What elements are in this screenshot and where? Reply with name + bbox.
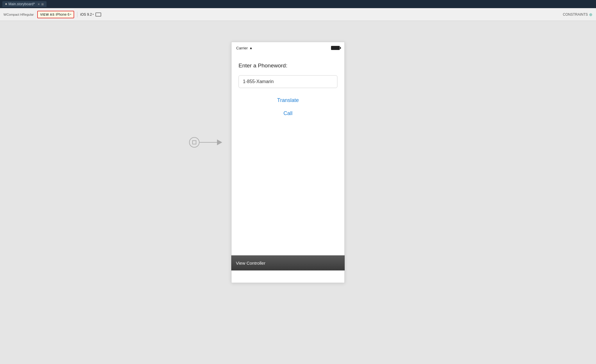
battery-icon [331,46,340,50]
toolbar-separator-1 [77,12,77,17]
carrier-area: Carrier ▲ [236,46,253,50]
carrier-label: Carrier [236,46,248,50]
ios-chevron-icon: ▾ [92,13,94,16]
screen-icon [95,12,101,17]
size-labels: WCompact HRegular [3,13,34,16]
title-bar: Main.storyboard* ✕ ⊞ [0,0,596,8]
view-controller-label: View Controller [236,261,265,266]
device-name: iPhone 6 [56,12,69,17]
entry-point-arrow [189,137,222,148]
constraints-add-icon[interactable]: ⊕ [589,12,593,17]
iphone-frame: Carrier ▲ Enter a Phoneword: Translate C… [231,42,345,283]
phoneword-label: Enter a Phoneword: [239,62,337,69]
tab-split-icon[interactable]: ⊞ [41,3,44,6]
constraints-text: CONSTRAINTS [563,12,588,17]
wifi-icon: ▲ [249,46,253,50]
tab-label: Main.storyboard* [8,2,35,6]
view-as-label: VIEW AS [40,13,55,16]
phone-input[interactable] [239,75,337,88]
toolbar: WCompact HRegular VIEW AS iPhone 6 ▾ iOS… [0,8,596,21]
ios-version-label: iOS 9.2 [80,12,92,17]
entry-square-icon [192,140,196,144]
translate-button[interactable]: Translate [239,97,337,103]
ios-version-select[interactable]: iOS 9.2 ▾ [80,12,94,17]
storyboard-tab[interactable]: Main.storyboard* ✕ ⊞ [2,1,47,7]
storyboard-canvas: Carrier ▲ Enter a Phoneword: Translate C… [0,21,596,364]
device-select[interactable]: iPhone 6 ▾ [56,12,71,17]
tab-dot [5,3,7,5]
view-controller-bar: View Controller [231,255,345,270]
constraints-area: CONSTRAINTS ⊕ [563,12,593,17]
tab-close-icon[interactable]: ✕ [38,3,40,6]
device-chevron-icon: ▾ [70,13,71,16]
arrow-head-icon [217,139,222,145]
entry-circle [189,137,200,148]
arrow-line [200,142,217,143]
status-bar: Carrier ▲ [232,42,344,54]
view-as-box: VIEW AS iPhone 6 ▾ [37,11,74,18]
call-button[interactable]: Call [239,110,337,116]
app-content: Enter a Phoneword: Translate Call [232,54,344,283]
